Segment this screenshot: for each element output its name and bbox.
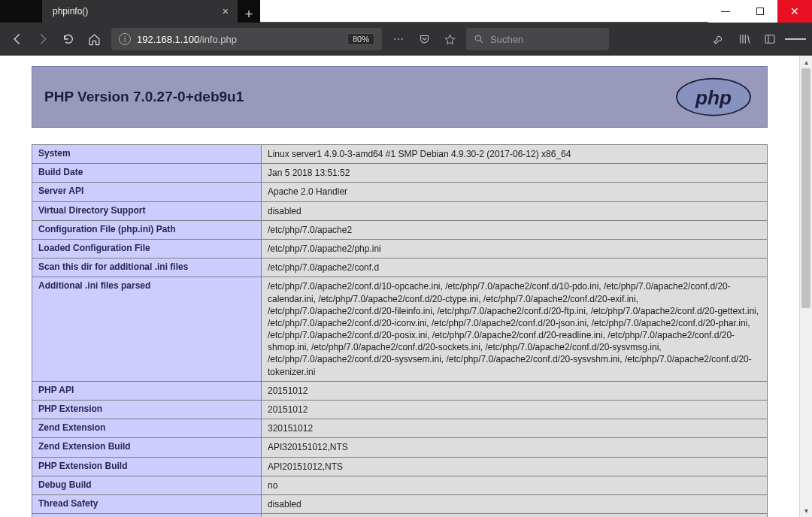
pocket-button[interactable] xyxy=(414,29,435,50)
row-value: API320151012,NTS xyxy=(262,438,768,457)
forward-button[interactable] xyxy=(32,28,54,50)
row-value: /etc/php/7.0/apache2 xyxy=(262,220,768,239)
search-icon xyxy=(474,34,484,44)
page-viewport: PHP Version 7.0.27-0+deb9u1 php SystemLi… xyxy=(0,56,812,517)
zoom-level-badge[interactable]: 80% xyxy=(347,33,374,45)
bookmark-button[interactable] xyxy=(439,29,460,50)
url-text: 192.168.1.100/info.php xyxy=(137,34,237,45)
page-content: PHP Version 7.0.27-0+deb9u1 php SystemLi… xyxy=(0,56,799,517)
table-row: Thread Safetydisabled xyxy=(32,494,768,513)
row-key: System xyxy=(32,145,262,164)
row-value: 20151012 xyxy=(262,401,768,419)
row-value: disabled xyxy=(262,514,768,517)
developer-button[interactable] xyxy=(708,29,729,50)
table-row: Configuration File (php.ini) Path/etc/ph… xyxy=(32,220,768,239)
row-key: Zend Extension xyxy=(32,419,262,438)
table-row: Loaded Configuration File/etc/php/7.0/ap… xyxy=(32,239,768,258)
row-key: Virtual Directory Support xyxy=(32,201,262,220)
table-row: Build DateJan 5 2018 13:51:52 xyxy=(32,164,768,183)
phpinfo-tbody: SystemLinux server1 4.9.0-3-amd64 #1 SMP… xyxy=(32,145,768,518)
home-icon xyxy=(88,33,101,46)
row-key: Debug Build xyxy=(32,476,262,494)
row-value: no xyxy=(262,476,768,494)
browser-tab[interactable]: phpinfo() × xyxy=(42,0,238,23)
row-key: Build Date xyxy=(32,164,262,183)
window-maximize-button[interactable] xyxy=(743,0,777,23)
reload-button[interactable] xyxy=(57,28,80,50)
tab-strip: phpinfo() × + xyxy=(0,0,260,23)
tab-title: phpinfo() xyxy=(53,6,88,17)
address-bar[interactable]: i 192.168.1.100/info.php 80% xyxy=(111,28,382,50)
search-bar[interactable]: Suchen xyxy=(466,28,609,50)
row-value: 320151012 xyxy=(262,419,768,438)
scroll-down-button[interactable]: ▾ xyxy=(800,504,812,517)
row-key: PHP API xyxy=(32,381,262,400)
scrollbar-thumb[interactable] xyxy=(801,68,810,308)
row-value: Jan 5 2018 13:51:52 xyxy=(262,164,768,183)
wrench-icon xyxy=(713,33,725,45)
sidebar-icon xyxy=(764,33,776,45)
scrollbar-track[interactable] xyxy=(800,68,812,504)
table-row: Scan this dir for additional .ini files/… xyxy=(32,258,768,277)
vertical-scrollbar[interactable]: ▴ ▾ xyxy=(799,56,812,517)
new-tab-button[interactable]: + xyxy=(238,7,260,23)
arrow-right-icon xyxy=(36,32,50,46)
row-key: Server API xyxy=(32,183,262,201)
site-info-icon[interactable]: i xyxy=(119,33,131,45)
svg-point-0 xyxy=(475,35,480,41)
phpinfo-header: PHP Version 7.0.27-0+deb9u1 php xyxy=(32,66,768,128)
table-row: Zend Extension320151012 xyxy=(32,419,768,438)
svg-text:php: php xyxy=(695,86,732,109)
row-value: /etc/php/7.0/apache2/conf.d/10-opcache.i… xyxy=(262,277,768,382)
url-host: 192.168.1.100 xyxy=(137,34,199,45)
row-value: /etc/php/7.0/apache2/php.ini xyxy=(262,239,768,258)
table-row: Zend Extension BuildAPI320151012,NTS xyxy=(32,438,768,457)
scroll-up-button[interactable]: ▴ xyxy=(800,56,812,68)
pocket-icon xyxy=(419,34,430,45)
titlebar-drag-area xyxy=(260,0,708,22)
table-row: PHP API20151012 xyxy=(32,381,768,400)
reload-icon xyxy=(62,33,74,45)
php-logo: php xyxy=(672,76,755,118)
tab-strip-lead xyxy=(0,0,42,23)
window-controls: ✕ xyxy=(708,0,812,22)
table-row: Server APIApache 2.0 Handler xyxy=(32,183,768,201)
window-titlebar: phpinfo() × + ✕ xyxy=(0,0,812,23)
table-row: Additional .ini files parsed/etc/php/7.0… xyxy=(32,277,768,382)
sidebar-button[interactable] xyxy=(759,29,780,50)
table-row: Zend Signal Handlingdisabled xyxy=(32,514,768,517)
home-button[interactable] xyxy=(83,28,105,50)
library-icon xyxy=(738,33,750,45)
row-key: Configuration File (php.ini) Path xyxy=(32,220,262,239)
row-value: Linux server1 4.9.0-3-amd64 #1 SMP Debia… xyxy=(262,145,768,164)
row-key: PHP Extension xyxy=(32,401,262,419)
table-row: PHP Extension BuildAPI20151012,NTS xyxy=(32,457,768,476)
app-menu-button[interactable] xyxy=(785,29,806,50)
row-key: PHP Extension Build xyxy=(32,457,262,476)
table-row: Virtual Directory Supportdisabled xyxy=(32,201,768,220)
row-value: /etc/php/7.0/apache2/conf.d xyxy=(262,258,768,277)
table-row: PHP Extension20151012 xyxy=(32,401,768,419)
table-row: Debug Buildno xyxy=(32,476,768,494)
url-path: /info.php xyxy=(199,34,237,45)
library-button[interactable] xyxy=(734,29,755,50)
table-row: SystemLinux server1 4.9.0-3-amd64 #1 SMP… xyxy=(32,145,768,164)
search-placeholder: Suchen xyxy=(490,34,523,45)
row-key: Additional .ini files parsed xyxy=(32,277,262,382)
phpinfo-table: SystemLinux server1 4.9.0-3-amd64 #1 SMP… xyxy=(32,144,768,517)
row-key: Thread Safety xyxy=(32,494,262,513)
row-value: disabled xyxy=(262,201,768,220)
row-value: disabled xyxy=(262,494,768,513)
close-tab-icon[interactable]: × xyxy=(221,5,230,17)
arrow-left-icon xyxy=(11,32,24,46)
toolbar-right xyxy=(708,29,806,50)
window-minimize-button[interactable] xyxy=(708,0,743,23)
row-value: 20151012 xyxy=(262,381,768,400)
page-actions-button[interactable]: ⋯ xyxy=(388,29,409,50)
back-button[interactable] xyxy=(6,28,29,50)
row-value: Apache 2.0 Handler xyxy=(262,183,768,201)
window-close-button[interactable]: ✕ xyxy=(777,0,812,23)
star-icon xyxy=(444,34,456,45)
php-version-title: PHP Version 7.0.27-0+deb9u1 xyxy=(44,89,244,105)
svg-rect-1 xyxy=(765,35,774,44)
